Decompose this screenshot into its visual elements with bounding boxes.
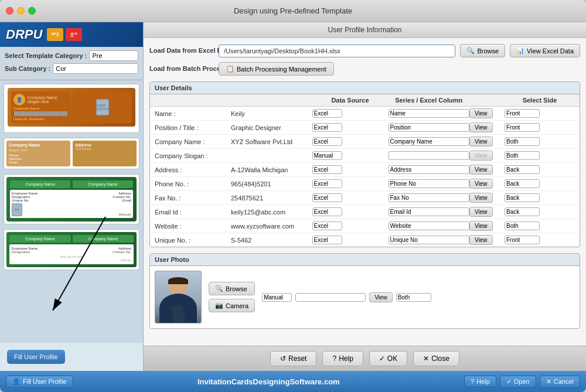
excel-file-row: Load Data from Excel File : 🔍 Browse 📊 V… [149,44,580,57]
column-select-9[interactable]: Unique No [389,236,470,244]
template-card-1[interactable]: 👤 Company Name slogan here Employee Name… [4,84,139,133]
window-title: Design using Pre-defined Template [234,6,352,15]
photo-side-select[interactable]: Both Front Back [396,293,431,302]
side-select-5[interactable]: FrontBackBoth [505,179,540,188]
sub-category-row: Sub Category : Cor [5,63,138,74]
unique-mini: Unique No. Designation [13,117,68,121]
svg-rect-4 [69,31,79,38]
column-select-0[interactable]: Name [389,109,470,118]
browse-excel-button[interactable]: 🔍 Browse [460,44,505,57]
view-cell: View [469,137,505,146]
status-right: ? Help ✓ Open ✕ Cancel [464,376,580,388]
template-cards: 👤 Company Name slogan here Employee Name… [0,80,143,343]
view-button-0[interactable]: View [469,108,493,118]
table-row: Unique No. :S-5462ExcelManualUnique NoVi… [150,233,580,247]
status-open-button[interactable]: ✓ Open [500,376,536,388]
side-select-6[interactable]: FrontBackBoth [505,193,540,202]
column-select-5[interactable]: Phone No [389,179,470,188]
side-select-8[interactable]: FrontBackBoth [505,221,540,230]
ok-button[interactable]: ✓ OK [369,351,407,366]
side-select-7[interactable]: FrontBackBoth [505,207,540,216]
table-row: Fax No. :254875621ExcelManualFax NoViewF… [150,191,580,205]
reset-button[interactable]: ↺ Reset [270,351,316,366]
photo-preview [155,271,202,323]
column-select-7[interactable]: Email Id [389,207,470,216]
status-help-icon: ? [471,378,474,385]
status-fill-profile-button[interactable]: 👤 Fill User Profile [6,376,73,388]
mini-card-left: 👤 Company Name slogan here Employee Name… [11,91,70,123]
view-button-5[interactable]: View [469,179,493,189]
side-select-9[interactable]: FrontBackBoth [505,236,540,244]
view-button-9[interactable]: View [469,235,493,245]
side-cell: FrontBackBoth [505,151,575,160]
table-row: Company Name :XYZ Software Pvt.LtdExcelM… [150,135,580,149]
side-select-4[interactable]: FrontBackBoth [505,165,540,174]
template-card-2[interactable]: Company Name slogan here PhoneWebsiteEma… [4,138,139,169]
view-button-3[interactable]: View [469,151,493,161]
side-select-1[interactable]: FrontBackBoth [505,123,540,132]
sub-category-value[interactable]: Cor [53,63,138,74]
source-cell: ExcelManual [312,137,389,146]
close-button[interactable]: ✕ Close [413,351,459,366]
side-select-0[interactable]: FrontBackBoth [505,109,540,118]
source-select-2[interactable]: ExcelManual [312,137,342,146]
table-row: Position / Title :Graphic DesignerExcelM… [150,121,580,135]
fill-profile-button[interactable]: Fill User Profile [7,350,65,364]
side-select-2[interactable]: FrontBackBoth [505,137,540,146]
column-select-4[interactable]: Address [389,165,470,174]
svg-rect-6 [70,36,74,37]
minimize-traffic-light[interactable] [17,7,25,15]
view-button-2[interactable]: View [469,137,493,146]
template-card-4[interactable]: Company Name Company Name Employee NameA… [4,229,139,270]
column-select-3[interactable] [389,151,470,160]
source-select-6[interactable]: ExcelManual [312,193,342,202]
view-button-4[interactable]: View [469,165,493,175]
photo-column-select[interactable] [295,293,366,302]
view-excel-button[interactable]: 📊 View Excel Data [510,44,580,57]
traffic-lights [6,7,36,15]
source-select-1[interactable]: ExcelManual [312,123,342,132]
source-select-5[interactable]: ExcelManual [312,179,342,188]
source-select-9[interactable]: ExcelManual [312,236,342,244]
side-cell: FrontBackBoth [505,137,575,146]
template-category-value[interactable]: Pre [89,50,138,61]
drpu-brand: DRPU [6,27,42,42]
status-help-button[interactable]: ? Help [464,376,496,387]
side-select-3[interactable]: FrontBackBoth [505,151,540,160]
photo-camera-button[interactable]: 📷 Camera [209,299,255,312]
column-select-6[interactable]: Fax No [389,193,470,202]
help-button[interactable]: ? Help [322,351,363,366]
table-row: Phone No. :965(484)5201ExcelManualPhone … [150,177,580,191]
drpu-logo: DRPU [0,22,143,47]
field-value: 254875621 [231,195,312,202]
person-hair [168,277,188,284]
field-label: Unique No. : [155,237,231,244]
column-select-8[interactable]: Website [389,221,470,230]
maximize-traffic-light[interactable] [28,7,36,15]
close-traffic-light[interactable] [6,7,13,15]
view-button-8[interactable]: View [469,221,493,231]
source-select-3[interactable]: ExcelManual [312,151,342,160]
photo-source-select[interactable]: Manual Excel [262,293,292,302]
batch-processing-button[interactable]: 📋 Batch Processing Management [219,62,334,76]
source-select-4[interactable]: ExcelManual [312,165,342,174]
ok-icon: ✓ [379,354,385,363]
column-select-2[interactable]: Company Name [389,137,470,146]
template-card-3[interactable]: Company Name Company Name Employee Name … [4,174,139,224]
source-select-8[interactable]: ExcelManual [312,221,342,230]
photo-buttons: 🔍 Browse 📷 Camera [209,282,255,312]
photo-view-button[interactable]: View [369,292,393,302]
excel-path-input[interactable] [219,45,455,57]
view-button-1[interactable]: View [469,122,493,132]
column-cell: Name [389,109,470,118]
status-cancel-button[interactable]: ✕ Cancel [540,376,580,388]
user-photo-content: 🔍 Browse 📷 Camera Manual Excel [150,266,580,328]
status-fill-icon: 👤 [12,378,21,386]
photo-browse-button[interactable]: 🔍 Browse [209,282,255,295]
source-select-7[interactable]: ExcelManual [312,207,342,216]
column-select-1[interactable]: Position [389,123,470,132]
view-button-6[interactable]: View [469,193,493,203]
view-button-7[interactable]: View [469,207,493,217]
source-select-0[interactable]: ExcelManual [312,109,342,118]
field-label: Website : [155,223,231,230]
